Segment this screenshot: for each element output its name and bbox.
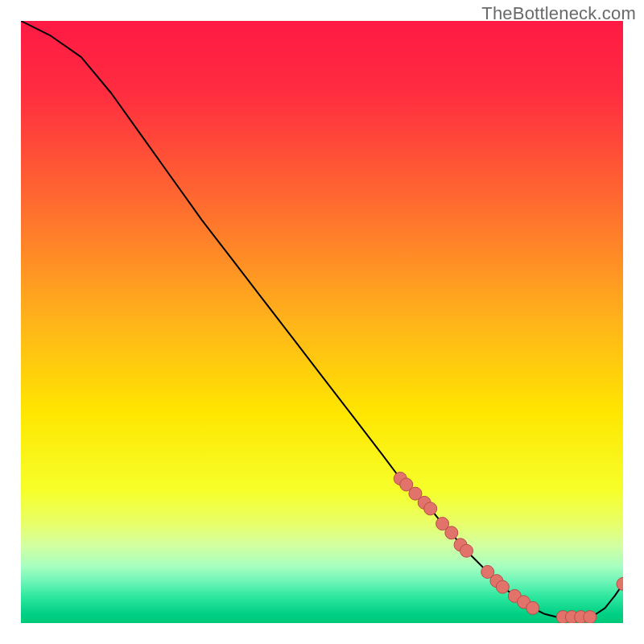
- data-point: [424, 502, 437, 515]
- data-point: [496, 580, 509, 593]
- chart-svg: [21, 21, 623, 623]
- chart-container: TheBottleneck.com: [0, 0, 644, 644]
- plot-area: [21, 21, 623, 623]
- gradient-background: [21, 21, 623, 623]
- data-point: [445, 526, 458, 539]
- data-point: [584, 611, 597, 623]
- data-point: [526, 601, 539, 614]
- data-point: [460, 544, 473, 557]
